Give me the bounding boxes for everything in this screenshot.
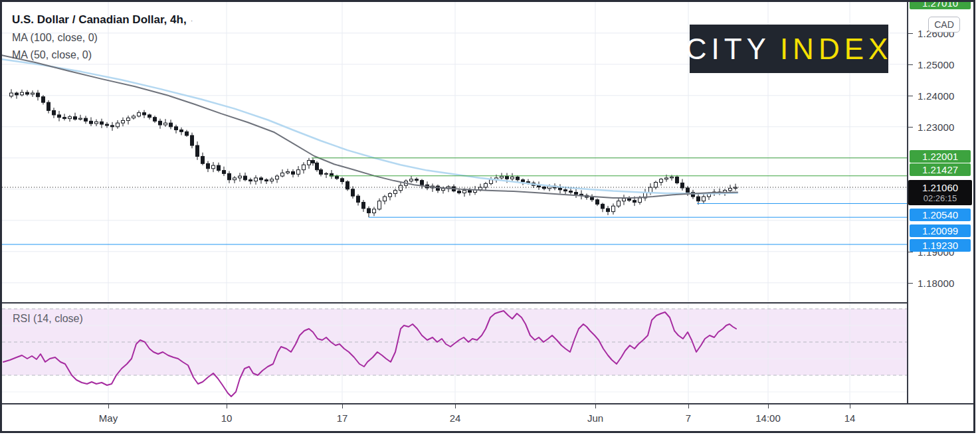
candle-body: [180, 130, 183, 132]
candle-body: [522, 180, 525, 182]
rsi-pane[interactable]: [2, 304, 907, 403]
candle-body: [575, 193, 578, 195]
candle-body: [21, 92, 24, 95]
time-label-17: 17: [337, 412, 348, 424]
candle-body: [357, 196, 360, 202]
candle-body: [63, 118, 66, 119]
time-tick-mark: [688, 404, 689, 408]
candle-body: [623, 199, 626, 201]
price-label-1.21427[interactable]: 1.21427: [910, 163, 971, 176]
time-tick-mark: [850, 404, 850, 408]
time-tick-mark: [595, 404, 596, 408]
candle-body: [316, 163, 319, 169]
candle-body: [607, 209, 610, 212]
candle-body: [373, 209, 376, 213]
candle-body: [90, 121, 93, 124]
candle-body: [37, 93, 40, 97]
time-tick-mark: [768, 404, 769, 408]
candle-body: [654, 182, 658, 187]
logo-index-text: INDEX: [780, 33, 892, 66]
candle-body: [362, 203, 365, 209]
candle-body: [341, 179, 344, 182]
candle-body: [10, 93, 13, 96]
time-tick-mark: [227, 404, 227, 408]
ma50-legend[interactable]: MA (50, close, 0): [12, 46, 193, 64]
candle-body: [670, 177, 674, 177]
candle-body: [270, 179, 274, 181]
price-label-1.20099[interactable]: 1.20099: [910, 224, 971, 237]
price-label-clipped[interactable]: 1.27010: [910, 0, 971, 9]
price-tick-mark: [908, 252, 913, 252]
price-label-1.19230[interactable]: 1.19230: [910, 239, 971, 252]
candle-body: [169, 123, 173, 127]
candle-body: [633, 201, 637, 203]
candle-body: [320, 170, 323, 175]
currency-unit-button[interactable]: CAD: [928, 17, 960, 33]
candle-body: [442, 189, 445, 191]
candle-body: [191, 135, 194, 145]
candle-body: [127, 118, 130, 121]
ma100-legend[interactable]: MA (100, close, 0): [12, 29, 193, 46]
candle-body: [42, 97, 45, 102]
time-label-24: 24: [450, 412, 461, 424]
symbol-title[interactable]: U.S. Dollar / Canadian Dollar, 4h,: [12, 13, 187, 26]
candle-body: [143, 113, 146, 115]
candle-body: [312, 161, 315, 163]
candle-body: [458, 191, 461, 193]
candle-body: [676, 177, 679, 183]
candle-body: [484, 183, 488, 187]
candle-body: [196, 145, 199, 156]
candle-body: [164, 123, 167, 125]
candle-body: [308, 161, 311, 165]
candle-body: [52, 110, 56, 115]
rsi-legend[interactable]: RSI (14, close): [13, 313, 83, 325]
price-tick-label: 1.23000: [918, 122, 955, 133]
candle-body: [265, 180, 268, 181]
price-tick-mark: [908, 33, 913, 34]
candle-body: [591, 197, 594, 200]
candle-body: [148, 115, 151, 118]
time-axis[interactable]: May101724Jun714:0014: [2, 404, 973, 431]
candle-body: [100, 122, 104, 124]
candle-body: [506, 177, 509, 179]
candle-body: [612, 206, 615, 211]
price-label-1.22001[interactable]: 1.22001: [910, 150, 971, 163]
candle-body: [564, 190, 567, 191]
candle-body: [686, 188, 690, 193]
candle-body: [617, 201, 621, 207]
time-label-14:00: 14:00: [755, 412, 781, 424]
price-tick-mark: [908, 127, 913, 128]
candle-body: [351, 189, 355, 196]
candle-body: [394, 191, 397, 194]
candle-body: [410, 179, 413, 181]
candle-body: [26, 92, 29, 94]
price-label-1.20540[interactable]: 1.20540: [910, 209, 971, 221]
pane-separator[interactable]: [2, 302, 973, 304]
candle-body: [511, 177, 514, 179]
candle-body: [217, 165, 221, 171]
candle-body: [346, 182, 349, 189]
candle-body: [138, 113, 141, 116]
candle-body: [159, 121, 162, 125]
candle-body: [239, 176, 242, 178]
current-price-label[interactable]: 1.2106002:26:15: [908, 180, 972, 205]
time-label-10: 10: [221, 412, 233, 424]
candle-body: [244, 176, 247, 180]
candle-body: [367, 209, 371, 213]
candle-body: [212, 165, 215, 169]
candle-body: [516, 177, 520, 179]
candle-body: [68, 117, 72, 119]
candle-body: [729, 188, 732, 190]
candle-body: [175, 127, 178, 130]
price-tick-mark: [908, 96, 913, 96]
title-suffix-dot: ·: [191, 17, 193, 25]
chart-frame: CAD 1.260001.250001.240001.230001.190001…: [0, 0, 975, 433]
candle-body: [325, 173, 328, 174]
time-label-May: May: [99, 412, 118, 424]
time-tick-mark: [108, 404, 109, 408]
bar-countdown: 02:26:15: [924, 193, 957, 203]
price-axis[interactable]: CAD 1.260001.250001.240001.230001.190001…: [908, 2, 973, 403]
logo-city-text: CITY: [686, 33, 771, 66]
candle-body: [31, 93, 35, 94]
candle-body: [490, 180, 493, 184]
